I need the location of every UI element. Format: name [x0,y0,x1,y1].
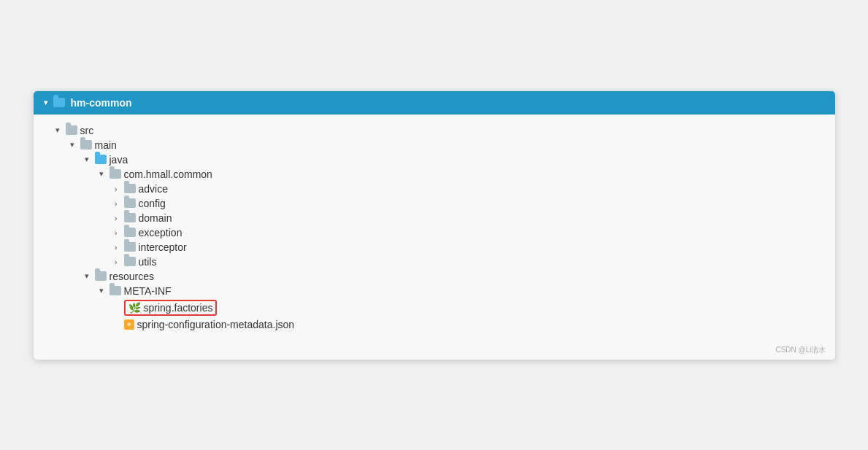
watermark-text: CSDN @Li清水 [775,346,826,354]
label-spring-factories: spring.factories [144,302,213,314]
label-utils: utils [139,256,157,268]
chevron-java[interactable]: ▾ [82,155,92,164]
chevron-main[interactable]: ▾ [67,140,77,150]
tree-item-config[interactable]: › config [45,196,835,211]
folder-icon-exception [124,228,136,237]
tree-item-exception[interactable]: › exception [45,225,835,240]
tree-item-com-hmall-common[interactable]: ▾ com.hmall.common [45,167,835,182]
label-interceptor: interceptor [139,241,187,253]
label-spring-config-metadata: spring-configuration-metadata.json [137,319,295,330]
chevron-src[interactable]: ▾ [53,125,63,135]
panel-title: hm-common [71,97,132,109]
root-folder-icon [53,98,65,107]
watermark: CSDN @Li清水 [34,341,835,360]
folder-icon-main [80,140,92,150]
label-exception: exception [139,227,183,238]
header-chevron[interactable]: ▾ [44,98,47,106]
spring-leaf-icon: 🌿 [128,302,141,314]
chevron-com-hmall-common[interactable]: ▾ [96,169,107,179]
chevron-exception[interactable]: › [111,228,121,237]
folder-icon-config [124,198,136,208]
chevron-spring-config-metadata [111,320,121,329]
tree-item-spring-config-metadata[interactable]: ⚙ spring-configuration-metadata.json [45,317,835,332]
folder-icon-src [66,125,77,135]
tree-item-spring-factories[interactable]: 🌿 spring.factories [45,298,835,317]
label-meta-inf: META-INF [124,285,172,297]
folder-icon-meta-inf [110,286,121,295]
label-main: main [95,139,117,151]
chevron-advice[interactable]: › [111,185,121,193]
folder-icon-advice [124,184,136,193]
file-tree-panel: ▾ hm-common ▾ src ▾ main ▾ java ▾ com.hm… [33,90,836,360]
folder-icon-java [95,155,107,164]
tree-item-resources[interactable]: ▾ resources [45,269,835,284]
tree-item-utils[interactable]: › utils [45,255,835,269]
label-advice: advice [139,183,168,195]
tree-item-domain[interactable]: › domain [45,211,835,225]
label-java: java [110,154,128,166]
label-config: config [139,198,166,209]
tree-item-interceptor[interactable]: › interceptor [45,240,835,255]
tree-body: ▾ src ▾ main ▾ java ▾ com.hmall.common ›… [34,115,835,341]
folder-icon-resources [95,271,107,281]
spring-factories-highlight[interactable]: 🌿 spring.factories [124,300,218,316]
label-com-hmall-common: com.hmall.common [124,168,212,180]
json-file-icon: ⚙ [124,319,134,330]
folder-icon-com-hmall-common [110,169,121,179]
label-domain: domain [139,212,172,224]
chevron-config[interactable]: › [111,199,121,208]
tree-item-main[interactable]: ▾ main [45,138,835,152]
chevron-meta-inf[interactable]: ▾ [96,286,107,295]
label-resources: resources [110,271,154,282]
chevron-spring-factories [111,303,121,312]
chevron-domain[interactable]: › [111,214,121,222]
tree-item-java[interactable]: ▾ java [45,152,835,167]
folder-icon-utils [124,257,136,266]
folder-icon-interceptor [124,242,136,252]
tree-item-meta-inf[interactable]: ▾ META-INF [45,284,835,298]
chevron-utils[interactable]: › [111,257,121,266]
chevron-interceptor[interactable]: › [111,243,121,252]
chevron-resources[interactable]: ▾ [82,271,92,281]
folder-icon-domain [124,213,136,222]
panel-header: ▾ hm-common [34,91,835,115]
tree-item-advice[interactable]: › advice [45,182,835,196]
label-src: src [80,125,94,136]
tree-item-src[interactable]: ▾ src [45,123,835,138]
